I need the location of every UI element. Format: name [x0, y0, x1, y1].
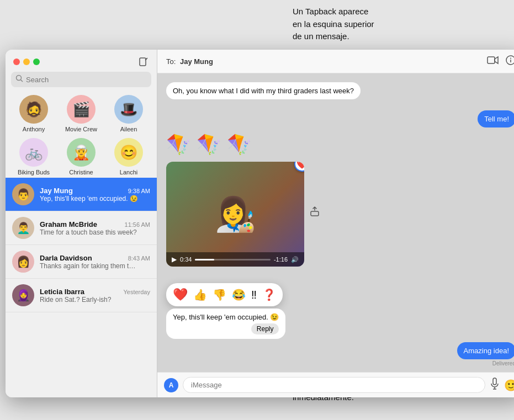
- chat-area: To: Jay Mung: [157, 50, 514, 397]
- conv-preview-leticia: Ride on Sat.? Early-ish?: [40, 296, 139, 304]
- audio-record-icon[interactable]: [490, 378, 500, 392]
- pinned-contact-lanchi[interactable]: 😊 Lanchi: [109, 138, 149, 176]
- tapback-popup: ❤️ 👍 👎 😂 ‼️ ❓: [166, 283, 283, 306]
- tapback-thumbsup[interactable]: 👍: [193, 288, 207, 301]
- delivered-status: Delivered: [492, 360, 514, 366]
- pinned-row-2: 🚲 Biking Buds 🧝 Christine 😊 Lanchi: [6, 135, 157, 178]
- message-input[interactable]: [183, 377, 485, 393]
- tapback-exclaim[interactable]: ‼️: [251, 289, 257, 301]
- conv-name-jay: Jay Mung: [40, 187, 73, 195]
- search-icon: [15, 75, 23, 84]
- avatar-christine: 🧝: [67, 138, 96, 167]
- conv-item-darla[interactable]: 👩 Darla Davidson 8:43 AM Thanks again fo…: [6, 245, 157, 279]
- to-name: Jay Mung: [180, 57, 213, 66]
- kite-3: 🪁: [227, 133, 252, 156]
- conv-item-jay[interactable]: 👨 Jay Mung 9:38 AM Yep, this'll keep 'em…: [6, 178, 157, 211]
- info-icon[interactable]: [506, 55, 514, 67]
- chat-to: To: Jay Mung: [166, 57, 213, 66]
- pinned-contact-movie[interactable]: 🎬 Movie Crew: [61, 95, 101, 132]
- chat-messages: Oh, you know what I did with my third gr…: [157, 73, 514, 372]
- chat-header-icons: [487, 55, 514, 67]
- pinned-label-movie: Movie Crew: [65, 126, 97, 132]
- pinned-label-christine: Christine: [69, 169, 93, 176]
- kite-2: 🪁: [197, 133, 221, 156]
- minimize-button[interactable]: [23, 59, 30, 65]
- search-input[interactable]: [26, 76, 147, 84]
- video-message-row: 👩‍🎨 ▶ 0:34 -1:16 🔊: [166, 162, 514, 278]
- tapback-laugh[interactable]: 😂: [232, 288, 246, 301]
- conv-time-graham: 11:56 AM: [125, 221, 150, 228]
- video-container: 👩‍🎨 ▶ 0:34 -1:16 🔊: [166, 162, 304, 272]
- conv-avatar-leticia: 🧕: [12, 284, 34, 306]
- conv-content-leticia: Leticia Ibarra Yesterday Ride on Sat.? E…: [40, 288, 150, 304]
- upload-icon[interactable]: [310, 162, 320, 220]
- time-remaining: -1:16: [274, 256, 288, 263]
- to-label: To:: [166, 57, 176, 66]
- avatar-movie: 🎬: [67, 95, 96, 124]
- pinned-contact-aileen[interactable]: 🎩 Aileen: [109, 95, 149, 132]
- search-bar[interactable]: [11, 72, 151, 87]
- video-controls: ▶ 0:34 -1:16 🔊: [166, 252, 304, 267]
- kite-row: 🪁 🪁 🪁: [166, 133, 514, 156]
- pinned-row-1: 🧔 Anthony 🎬 Movie Crew 🎩 Aileen: [6, 92, 157, 135]
- svg-rect-7: [311, 211, 319, 216]
- sidebar: 🧔 Anthony 🎬 Movie Crew 🎩 Aileen 🚲 Biking…: [6, 50, 157, 397]
- avatar-lanchi: 😊: [114, 138, 143, 167]
- conv-time-leticia: Yesterday: [123, 289, 150, 295]
- compose-icon[interactable]: [138, 56, 149, 67]
- titlebar: [6, 50, 157, 72]
- svg-rect-0: [140, 58, 146, 66]
- reply-button[interactable]: Reply: [251, 323, 279, 334]
- video-call-icon[interactable]: [487, 56, 499, 67]
- svg-line-2: [21, 80, 23, 82]
- video-person-emoji: 👩‍🎨: [215, 195, 256, 234]
- bubble-tellme: Tell me!: [478, 110, 514, 127]
- svg-rect-8: [493, 378, 496, 385]
- tapback-heart[interactable]: ❤️: [173, 288, 188, 302]
- pinned-contact-biking[interactable]: 🚲 Biking Buds: [14, 138, 54, 176]
- progress-bar[interactable]: [195, 259, 271, 260]
- conv-content-jay: Jay Mung 9:38 AM Yep, this'll keep 'em o…: [40, 187, 150, 203]
- msg-incoming-question: Oh, you know what I did with my third gr…: [166, 82, 514, 105]
- conv-item-graham[interactable]: 👨‍🦱 Graham McBride 11:56 AM Time for a t…: [6, 211, 157, 245]
- msg-text-question: Oh, you know what I did with my third gr…: [166, 82, 361, 99]
- conv-name-leticia: Leticia Ibarra: [40, 288, 84, 296]
- close-button[interactable]: [13, 59, 20, 65]
- appstore-button[interactable]: A: [164, 378, 178, 392]
- pinned-contact-anthony[interactable]: 🧔 Anthony: [14, 95, 54, 132]
- tapback-question[interactable]: ❓: [262, 288, 276, 301]
- volume-icon[interactable]: 🔊: [291, 256, 299, 263]
- messages-window: 🧔 Anthony 🎬 Movie Crew 🎩 Aileen 🚲 Biking…: [6, 50, 514, 397]
- conv-name-darla: Darla Davidson: [40, 254, 92, 262]
- avatar-aileen: 🎩: [114, 95, 143, 124]
- bubble-amazing: Amazing idea!: [457, 342, 514, 359]
- emoji-button[interactable]: 🙂: [504, 379, 514, 392]
- msg-outgoing-tellme: Tell me!: [166, 110, 514, 127]
- conv-name-graham: Graham McBride: [40, 220, 97, 228]
- conv-preview-jay: Yep, this'll keep 'em occupied. 😉: [40, 195, 139, 203]
- msg-with-reply: Yep, this'll keep 'em occupied. 😉 Reply: [166, 309, 285, 339]
- conv-avatar-graham: 👨‍🦱: [12, 217, 34, 239]
- msg-outgoing-amazing: Amazing idea! Delivered: [166, 342, 514, 366]
- avatar-biking: 🚲: [19, 138, 48, 167]
- pinned-contact-christine[interactable]: 🧝 Christine: [61, 138, 101, 176]
- msg-text-occupied: Yep, this'll keep 'em occupied. 😉: [173, 313, 279, 321]
- annotation-top: Un Tapback aparece en la esquina superio…: [293, 6, 436, 43]
- time-played: 0:34: [180, 256, 192, 263]
- progress-fill: [195, 259, 214, 260]
- fullscreen-button[interactable]: [33, 59, 40, 65]
- svg-point-1: [17, 76, 22, 81]
- play-button[interactable]: ▶: [172, 256, 177, 263]
- tapback-badge-emoji: ❤️: [296, 162, 304, 169]
- kite-1: 🪁: [166, 133, 191, 156]
- conv-item-leticia[interactable]: 🧕 Leticia Ibarra Yesterday Ride on Sat.?…: [6, 279, 157, 312]
- traffic-lights: [13, 59, 40, 65]
- pinned-label-lanchi: Lanchi: [120, 169, 137, 176]
- conv-time-darla: 8:43 AM: [128, 255, 150, 262]
- svg-rect-3: [487, 57, 495, 63]
- tapback-thumbsdown[interactable]: 👎: [213, 288, 226, 301]
- pinned-label-anthony: Anthony: [23, 126, 45, 132]
- avatar-anthony: 🧔: [19, 95, 48, 124]
- conv-content-darla: Darla Davidson 8:43 AM Thanks again for …: [40, 254, 150, 270]
- video-player[interactable]: 👩‍🎨 ▶ 0:34 -1:16 🔊: [166, 162, 304, 267]
